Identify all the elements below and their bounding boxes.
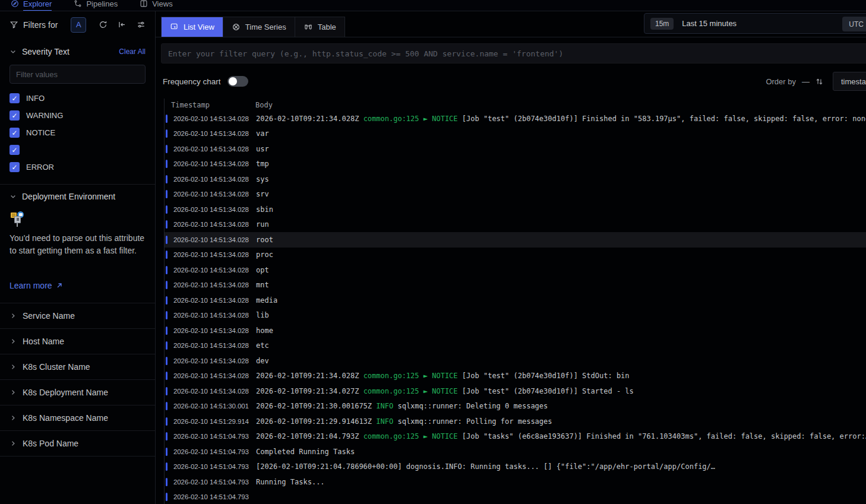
order-by-select[interactable]: timestamp — [833, 72, 866, 91]
table-row[interactable]: 2026-02-10 14:51:04.793Running Tasks... — [165, 474, 866, 490]
table-row[interactable]: 2026-02-10 14:51:34.028dev — [165, 353, 866, 369]
time-range-picker[interactable]: 15m Last 15 minutes UTC — [644, 13, 866, 34]
severity-option-error[interactable]: ✓ERROR — [10, 159, 146, 176]
log-body: run — [256, 220, 269, 229]
checkbox-checked-icon[interactable]: ✓ — [10, 145, 20, 155]
log-body: sbin — [256, 205, 273, 214]
table-row[interactable]: 2026-02-10 14:51:34.0282026-02-10T09:21:… — [165, 383, 866, 399]
severity-indicator-bar — [166, 357, 167, 365]
table-row[interactable]: 2026-02-10 14:51:34.028opt — [165, 262, 866, 278]
sidebar-section-host-name[interactable]: Host Name — [0, 329, 155, 354]
table-row[interactable]: 2026-02-10 14:51:34.028var — [165, 126, 866, 142]
table-row[interactable]: 2026-02-10 14:51:34.028home — [165, 323, 866, 338]
severity-filter-input[interactable] — [10, 65, 146, 84]
log-timestamp: 2026-02-10 14:51:34.028 — [173, 297, 256, 304]
time-range-badge: 15m — [650, 18, 674, 30]
log-timestamp: 2026-02-10 14:51:34.028 — [173, 176, 256, 183]
pipelines-icon — [74, 0, 82, 8]
sidebar-section-k8s-pod-name[interactable]: K8s Pod Name — [0, 431, 155, 457]
filters-sidebar: Filters for A Severity Text Cl — [0, 11, 156, 504]
logs-table-header: Timestamp Body — [165, 99, 866, 111]
checkbox-checked-icon[interactable]: ✓ — [10, 93, 20, 103]
severity-indicator-bar — [166, 402, 167, 410]
table-row[interactable]: 2026-02-10 14:51:34.0282026-02-10T09:21:… — [165, 369, 866, 384]
views-icon — [140, 0, 148, 8]
minimize-icon[interactable]: — — [802, 77, 810, 86]
severity-indicator-bar — [166, 281, 167, 289]
view-tab-time-series[interactable]: Time Series — [223, 17, 295, 37]
log-timestamp: 2026-02-10 14:51:04.793 — [173, 493, 256, 500]
table-row[interactable]: 2026-02-10 14:51:34.028mnt — [165, 278, 866, 293]
table-row[interactable]: 2026-02-10 14:51:29.9142026-02-10T09:21:… — [165, 414, 866, 429]
severity-indicator-bar — [166, 478, 167, 486]
severity-indicator-bar — [166, 175, 167, 183]
refresh-icon[interactable] — [99, 20, 108, 29]
severity-option-info[interactable]: ✓INFO — [10, 90, 146, 107]
table-row[interactable]: 2026-02-10 14:51:34.028sys — [165, 172, 866, 187]
time-series-icon — [232, 23, 241, 31]
body-column-header: Body — [255, 101, 273, 109]
severity-indicator-bar — [166, 266, 167, 274]
checkbox-checked-icon[interactable]: ✓ — [10, 162, 20, 172]
table-row[interactable]: 2026-02-10 14:51:34.028sbin — [165, 202, 866, 217]
table-row[interactable]: 2026-02-10 14:51:34.028run — [165, 217, 866, 233]
sidebar-section-k8s-cluster-name[interactable]: K8s Cluster Name — [0, 354, 155, 380]
severity-option-warning[interactable]: ✓WARNING — [10, 107, 146, 124]
chevron-down-icon[interactable] — [10, 193, 17, 200]
table-row[interactable]: 2026-02-10 14:51:04.793[2026-02-10T09:21… — [165, 459, 866, 475]
log-body: sys — [256, 175, 269, 183]
filter-settings-icon[interactable] — [137, 20, 146, 29]
app-shell: Filters for A Severity Text Cl — [0, 11, 866, 504]
view-tab-table[interactable]: Table — [295, 17, 344, 37]
log-body: Running Tasks... — [256, 478, 325, 486]
table-row[interactable]: 2026-02-10 14:51:34.028lib — [165, 308, 866, 324]
checkbox-checked-icon[interactable]: ✓ — [10, 110, 20, 121]
log-body: tmp — [256, 160, 269, 168]
log-timestamp: 2026-02-10 14:51:34.028 — [173, 312, 256, 319]
table-row[interactable]: 2026-02-10 14:51:04.793Completed Running… — [165, 444, 866, 459]
log-body: opt — [256, 266, 269, 274]
table-row[interactable]: 2026-02-10 14:51:34.028proc — [165, 248, 866, 263]
table-row[interactable]: 2026-02-10 14:51:34.028etc — [165, 338, 866, 354]
sort-direction-icon[interactable] — [816, 78, 823, 85]
collapse-sidebar-icon[interactable] — [118, 20, 127, 29]
table-row[interactable]: 2026-02-10 14:51:04.793 — [165, 490, 866, 504]
nav-tab-explorer[interactable]: Explorer — [11, 0, 52, 11]
severity-indicator-bar — [166, 387, 167, 395]
table-row[interactable]: 2026-02-10 14:51:34.0282026-02-10T09:21:… — [165, 111, 866, 126]
chevron-down-icon[interactable] — [10, 48, 17, 55]
sidebar-section-k8s-deployment-name[interactable]: K8s Deployment Name — [0, 380, 155, 405]
severity-indicator-bar — [166, 251, 167, 259]
logs-table-rows: 2026-02-10 14:51:34.0282026-02-10T09:21:… — [165, 111, 866, 504]
sidebar-section-service-name[interactable]: Service Name — [0, 303, 155, 329]
table-row[interactable]: 2026-02-10 14:51:30.0012026-02-10T09:21:… — [165, 399, 866, 414]
timezone-button[interactable]: UTC — [842, 17, 866, 31]
learn-more-link[interactable]: Learn more — [10, 281, 63, 290]
table-row[interactable]: 2026-02-10 14:51:04.7932026-02-10T09:21:… — [165, 429, 866, 445]
severity-section: Severity Text Clear All ✓INFO✓WARNING✓NO… — [0, 47, 155, 184]
severity-indicator-bar — [166, 341, 167, 350]
filters-title: Filters for — [23, 20, 58, 30]
table-row[interactable]: 2026-02-10 14:51:34.028root — [165, 232, 866, 248]
severity-option-item[interactable]: ✓ — [10, 141, 146, 159]
table-row[interactable]: 2026-02-10 14:51:34.028media — [165, 293, 866, 308]
severity-indicator-bar — [166, 462, 167, 471]
view-tab-list-view[interactable]: List View — [162, 17, 223, 37]
table-row[interactable]: 2026-02-10 14:51:34.028usr — [165, 141, 866, 157]
frequency-chart-toggle[interactable] — [227, 76, 248, 87]
checkbox-checked-icon[interactable]: ✓ — [10, 128, 20, 138]
log-timestamp: 2026-02-10 14:51:34.028 — [173, 221, 256, 228]
nav-tab-pipelines[interactable]: Pipelines — [74, 0, 118, 11]
clear-all-link[interactable]: Clear All — [119, 47, 146, 56]
table-row[interactable]: 2026-02-10 14:51:34.028srv — [165, 187, 866, 202]
annotation-toggle-button[interactable]: A — [71, 17, 86, 33]
attribute-sections: Service NameHost NameK8s Cluster NameK8s… — [0, 303, 155, 457]
nav-tab-views[interactable]: Views — [140, 0, 172, 11]
sidebar-section-k8s-namespace-name[interactable]: K8s Namespace Name — [0, 405, 155, 431]
severity-option-notice[interactable]: ✓NOTICE — [10, 124, 146, 141]
deployment-empty-message: You'd need to parse out this attribute t… — [10, 232, 146, 257]
table-row[interactable]: 2026-02-10 14:51:34.028tmp — [165, 157, 866, 172]
filters-header: Filters for A — [0, 11, 155, 38]
severity-indicator-bar — [166, 296, 167, 305]
filter-query-input[interactable] — [161, 43, 866, 64]
